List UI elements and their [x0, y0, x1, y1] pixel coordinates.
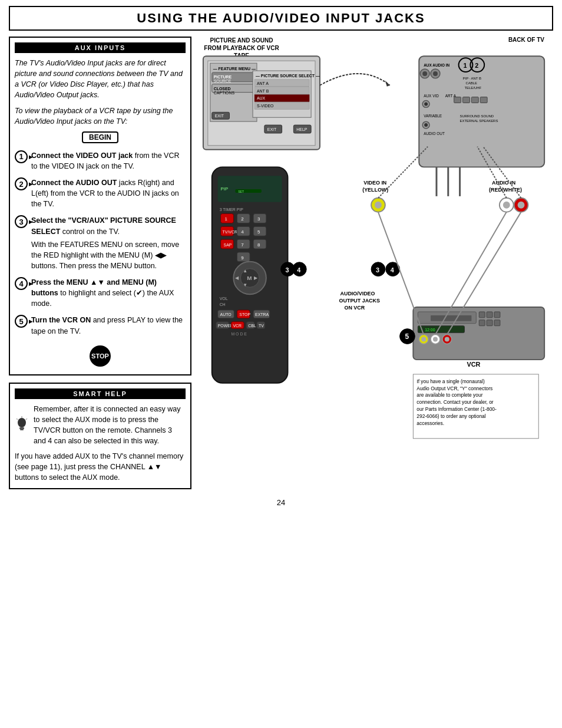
- svg-marker-32: [385, 81, 390, 87]
- svg-text:3 TIMER PIP: 3 TIMER PIP: [220, 207, 244, 212]
- svg-text:STOP: STOP: [239, 312, 250, 317]
- svg-text:CAPTIONS: CAPTIONS: [214, 91, 235, 95]
- step-2: 2 Connect the AUDIO OUT jacks R(ight) an…: [15, 177, 186, 209]
- diagram-container: PICTURE AND SOUND FROM PLAYBACK OF VCR T…: [197, 37, 553, 461]
- svg-text:VCR: VCR: [233, 324, 242, 328]
- svg-text:292-6066) to order any optiona: 292-6066) to order any optional: [416, 413, 485, 419]
- step-1-content: Connect the VIDEO OUT jack from the VCR …: [31, 150, 186, 172]
- step-1: 1 Connect the VIDEO OUT jack from the VC…: [15, 150, 186, 172]
- svg-text:connection. Contact your deale: connection. Contact your dealer, or: [416, 399, 494, 405]
- intro-text: The TV's Audio/Video Input jacks are for…: [15, 58, 186, 101]
- svg-text:ON VCR: ON VCR: [345, 305, 365, 311]
- svg-text:SAP: SAP: [224, 243, 232, 247]
- svg-text:◀: ◀: [235, 275, 239, 281]
- svg-point-153: [445, 337, 449, 342]
- svg-text:S-VIDEO: S-VIDEO: [257, 104, 274, 108]
- svg-text:2: 2: [475, 62, 478, 69]
- svg-text:— FEATURE MENU —: — FEATURE MENU —: [213, 67, 256, 71]
- intro-text2: To view the playback of a VCR tape by us…: [15, 106, 186, 127]
- svg-text:CABLE: CABLE: [465, 81, 477, 85]
- smart-help-header: Remember, after it is connected an easy …: [15, 404, 186, 447]
- svg-text:POWER: POWER: [218, 324, 233, 328]
- svg-text:3: 3: [257, 216, 260, 222]
- svg-point-68: [375, 202, 382, 209]
- svg-text:AUX AUDIO IN: AUX AUDIO IN: [424, 63, 449, 67]
- svg-text:PIP · ANT B: PIP · ANT B: [463, 77, 482, 80]
- svg-text:CH: CH: [220, 302, 226, 307]
- stop-wrapper: STOP: [15, 342, 186, 370]
- svg-text:SET: SET: [238, 190, 244, 193]
- svg-text:TELE/UHF: TELE/UHF: [464, 86, 481, 90]
- svg-rect-145: [494, 320, 500, 326]
- svg-point-48: [424, 102, 428, 106]
- svg-text:▶: ▶: [254, 275, 258, 281]
- svg-rect-53: [480, 97, 487, 103]
- svg-rect-51: [463, 97, 470, 103]
- svg-text:VCR: VCR: [467, 361, 480, 368]
- step-5-bold: Turn the VCR ON: [31, 316, 91, 324]
- svg-text:4: 4: [391, 266, 394, 274]
- svg-text:TV: TV: [259, 324, 264, 328]
- smart-help-text1: Remember, after it is connected an easy …: [34, 404, 186, 447]
- step-3: 3 Select the "VCR/AUX" PICTURE SOURCE SE…: [15, 215, 186, 271]
- svg-text:1: 1: [225, 216, 228, 222]
- lightbulb-icon: [15, 416, 29, 434]
- svg-text:VARIABLE: VARIABLE: [424, 114, 442, 118]
- right-column: PICTURE AND SOUND FROM PLAYBACK OF VCR T…: [197, 37, 553, 489]
- svg-text:AUDIO/VIDEO: AUDIO/VIDEO: [340, 291, 375, 297]
- smart-help-text2: If you have added AUX to the TV's channe…: [15, 451, 186, 483]
- svg-text:OUTPUT JACKS: OUTPUT JACKS: [339, 298, 380, 304]
- step-3-extra: With the FEATURES MENU on screen, move t…: [31, 239, 186, 271]
- svg-text:SURROUND SOUND: SURROUND SOUND: [460, 114, 494, 118]
- svg-text:SOURCE: SOURCE: [214, 79, 232, 83]
- svg-point-56: [424, 123, 428, 127]
- left-column: AUX INPUTS The TV's Audio/Video Input ja…: [9, 37, 191, 489]
- step-2-bold: Connect the AUDIO OUT: [31, 179, 117, 187]
- stop-badge: STOP: [90, 345, 111, 367]
- svg-text:EXTRA: EXTRA: [255, 312, 269, 317]
- step-3-num: 3: [15, 215, 28, 228]
- main-content: AUX INPUTS The TV's Audio/Video Input ja…: [9, 37, 553, 489]
- svg-point-149: [421, 337, 426, 342]
- svg-text:TV/VCR: TV/VCR: [223, 230, 237, 234]
- svg-text:Audio Output VCR, "Y" connecto: Audio Output VCR, "Y" connectors: [416, 386, 492, 391]
- step-2-content: Connect the AUDIO OUT jacks R(ight) and …: [31, 177, 186, 209]
- step-4-num: 4: [15, 277, 28, 290]
- step-4: 4 Press the MENU ▲▼ and MENU (M) buttons…: [15, 277, 186, 309]
- svg-text:AUX: AUX: [257, 97, 266, 101]
- svg-text:AUDIO OUT: AUDIO OUT: [424, 131, 445, 136]
- smart-help-title: SMART HELP: [15, 388, 186, 399]
- svg-rect-50: [454, 97, 461, 103]
- step-5: 5 Turn the VCR ON and press PLAY to view…: [15, 315, 186, 336]
- svg-text:AUX VID: AUX VID: [424, 94, 439, 98]
- svg-text:ANT B: ANT B: [257, 89, 269, 93]
- svg-text:HELP: HELP: [296, 127, 307, 131]
- svg-point-38: [433, 71, 438, 76]
- svg-rect-144: [487, 320, 492, 326]
- step-1-num: 1: [15, 150, 28, 163]
- step-5-content: Turn the VCR ON and press PLAY to view t…: [31, 315, 186, 336]
- svg-point-72: [518, 202, 525, 209]
- svg-text:2: 2: [241, 216, 243, 222]
- svg-rect-2: [20, 429, 24, 430]
- svg-point-70: [503, 202, 510, 209]
- svg-text:PICTURE: PICTURE: [214, 75, 232, 79]
- svg-text:5: 5: [405, 332, 409, 341]
- svg-text:If you have a single (monaural: If you have a single (monaural): [416, 378, 485, 384]
- svg-line-157: [378, 212, 424, 335]
- svg-rect-140: [479, 312, 485, 318]
- svg-text:12:00: 12:00: [425, 328, 435, 332]
- svg-text:4: 4: [241, 229, 244, 235]
- svg-point-36: [422, 71, 427, 76]
- svg-point-151: [433, 337, 438, 342]
- step-1-bold: Connect the VIDEO OUT jack: [31, 151, 133, 160]
- svg-text:9: 9: [241, 255, 244, 261]
- svg-line-4: [16, 419, 18, 420]
- svg-text:— PICTURE SOURCE SELECT —: — PICTURE SOURCE SELECT —: [256, 74, 320, 78]
- svg-text:AUTO: AUTO: [220, 312, 232, 317]
- svg-text:8: 8: [257, 242, 260, 248]
- svg-text:are available to complete your: are available to complete your: [416, 393, 482, 398]
- svg-text:4: 4: [297, 266, 300, 274]
- svg-text:1: 1: [464, 62, 467, 69]
- step-5-num: 5: [15, 315, 28, 328]
